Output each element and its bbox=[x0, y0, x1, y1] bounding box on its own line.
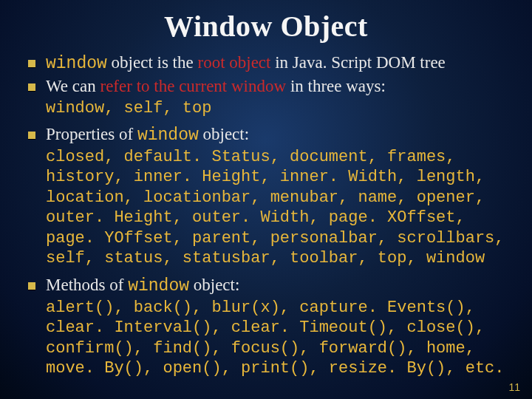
page-number: 11 bbox=[508, 381, 520, 393]
bullet-1-text: window object is the root object in Java… bbox=[46, 52, 446, 75]
bullet-square-icon bbox=[28, 60, 35, 67]
bullet-2-text: We can refer to the current window in th… bbox=[46, 76, 386, 98]
bullet-square-icon bbox=[28, 282, 35, 290]
text: in three ways: bbox=[286, 77, 386, 95]
highlight-root-object: root object bbox=[197, 53, 270, 72]
bullet-4-sub: alert(), back(), blur(x), capture. Event… bbox=[46, 298, 511, 379]
bullet-square-icon bbox=[28, 83, 35, 91]
bullet-3: Properties of window object: bbox=[28, 124, 511, 146]
text: Methods of bbox=[46, 276, 128, 294]
code-window: window bbox=[46, 54, 107, 73]
text: object: bbox=[189, 276, 239, 294]
bullet-square-icon bbox=[28, 132, 35, 139]
code-ways: window, self, top bbox=[46, 99, 211, 117]
code-window: window bbox=[128, 276, 189, 296]
bullet-1: window object is the root object in Java… bbox=[28, 52, 511, 75]
bullet-2-sub: window, self, top bbox=[46, 98, 511, 119]
text: object is the bbox=[107, 53, 198, 72]
text: Properties of bbox=[46, 125, 137, 143]
text: in Java. Script DOM tree bbox=[270, 53, 445, 72]
code-properties-list: closed, default. Status, document, frame… bbox=[46, 148, 505, 268]
bullet-4-text: Methods of window object: bbox=[46, 275, 239, 297]
text: We can bbox=[46, 77, 100, 95]
bullet-3-sub: closed, default. Status, document, frame… bbox=[46, 147, 511, 269]
bullet-2: We can refer to the current window in th… bbox=[28, 76, 511, 98]
slide-title: Window Object bbox=[21, 9, 511, 44]
text: object: bbox=[199, 125, 249, 143]
bullet-3-text: Properties of window object: bbox=[46, 124, 249, 146]
code-window: window bbox=[137, 126, 199, 145]
bullet-4: Methods of window object: bbox=[28, 275, 511, 297]
code-methods-list: alert(), back(), blur(x), capture. Event… bbox=[46, 299, 505, 378]
highlight-refer-window: refer to the current window bbox=[100, 77, 287, 95]
